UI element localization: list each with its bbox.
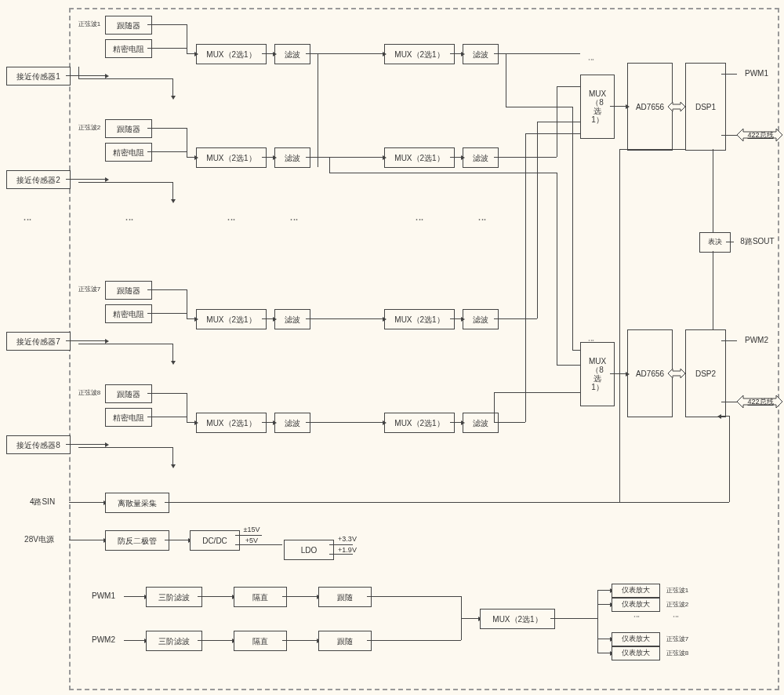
out-sout8: 8路SOUT (734, 235, 781, 248)
sine8-label: 正弦波8 (75, 388, 103, 398)
voter: 表决 (699, 232, 731, 253)
out-422-1: 422总线 (743, 130, 778, 140)
ch7-res: 精密电阻 (105, 304, 152, 323)
power-diode: 防反二极管 (105, 530, 169, 551)
out-422-2: 422总线 (743, 397, 778, 406)
power-33v: +3.3V (332, 533, 362, 544)
pwm2-follow: 跟随 (318, 631, 372, 651)
ch2-mux-b: MUX（2选1） (384, 147, 455, 168)
ch8-mux-a: MUX（2选1） (196, 413, 267, 433)
ch8-follower: 跟随器 (105, 384, 152, 403)
amp2: 仪表放大 (612, 598, 660, 612)
diagram-canvas: 正弦波1 跟随器 精密电阻 接近传感器1 MUX（2选1） 滤波 MUX（2选1… (0, 0, 784, 695)
amp7: 仪表放大 (612, 632, 660, 646)
adc-upper: AD7656 (627, 63, 673, 151)
pwm2-lpf: 三阶滤波 (146, 631, 202, 651)
in-28v: 28V电源 (13, 533, 66, 546)
ch1-filter-b: 滤波 (463, 44, 499, 64)
dsp1: DSP1 (685, 63, 726, 151)
sine-out-ellipsis: ⋮ (673, 613, 680, 631)
power-dcdc: DC/DC (190, 530, 240, 551)
ch2-res: 精密电阻 (105, 143, 152, 162)
discrete-block: 离散量采集 (105, 493, 169, 513)
ellipsis-c: ⋮ (290, 216, 299, 263)
adc-lower: AD7656 (627, 329, 673, 417)
ch2-filter-b: 滤波 (463, 147, 499, 168)
out-pwm2: PWM2 (737, 334, 776, 347)
sine7-label: 正弦波7 (75, 284, 103, 295)
ch1-follower: 跟随器 (105, 16, 152, 35)
ellipsis-left: ⋮ (24, 216, 32, 263)
sine-out7: 正弦波7 (660, 634, 695, 645)
ch7-follower: 跟随器 (105, 281, 152, 300)
sine-out2: 正弦波2 (660, 599, 695, 610)
ch2-mux-a: MUX（2选1） (196, 147, 267, 168)
sine2-label: 正弦波2 (75, 122, 103, 133)
power-19v: +1.9V (332, 544, 362, 555)
ellipsis-mux1: ⋮ (588, 56, 595, 75)
ch8-filter-a: 滤波 (274, 413, 310, 433)
adc1-dsp1-arrow (668, 100, 685, 113)
ch1-mux-b: MUX（2选1） (384, 44, 455, 64)
pwm-mux: MUX（2选1） (480, 609, 555, 629)
dsp2: DSP2 (685, 329, 726, 417)
ch7-mux-a: MUX（2选1） (196, 309, 267, 329)
pwm1-dcblock: 隔直 (234, 587, 287, 607)
ext-sensor1: 接近传感器1 (6, 67, 71, 86)
power-5v: +5V (238, 535, 265, 546)
sine1-label: 正弦波1 (75, 19, 103, 30)
power-15v: ±15V (238, 524, 265, 535)
amp8: 仪表放大 (612, 646, 660, 660)
ch1-filter-a: 滤波 (274, 44, 310, 64)
mux8-1-lower: MUX （8 选 1） (580, 342, 615, 406)
ellipsis-a: ⋮ (125, 216, 134, 263)
ch2-filter-a: 滤波 (274, 147, 310, 168)
ext-sensor7: 接近传感器7 (6, 332, 71, 351)
ch1-mux-a: MUX（2选1） (196, 44, 267, 64)
in-pwm1: PWM1 (86, 590, 121, 602)
pwm1-lpf: 三阶滤波 (146, 587, 202, 607)
ext-sensor8: 接近传感器8 (6, 435, 71, 454)
ch2-follower: 跟随器 (105, 119, 152, 138)
out-pwm1: PWM1 (737, 67, 776, 80)
ch8-res: 精密电阻 (105, 408, 152, 427)
ch1-res: 精密电阻 (105, 39, 152, 58)
in-pwm2: PWM2 (86, 634, 121, 646)
ch8-mux-b: MUX（2选1） (384, 413, 455, 433)
ch7-filter-a: 滤波 (274, 309, 310, 329)
mux8-1-upper: MUX （8 选 1） (580, 75, 615, 139)
pwm2-dcblock: 隔直 (234, 631, 287, 651)
sine-out1: 正弦波1 (660, 585, 695, 596)
amp-ellipsis: ⋮ (633, 613, 641, 631)
ellipsis-d: ⋮ (416, 216, 424, 263)
ellipsis-e: ⋮ (478, 216, 487, 263)
ch7-filter-b: 滤波 (463, 309, 499, 329)
sine-out8: 正弦波8 (660, 648, 695, 659)
in-sin4: 4路SIN (19, 496, 66, 508)
ext-sensor2: 接近传感器2 (6, 170, 71, 189)
power-ldo: LDO (284, 540, 334, 560)
amp1: 仪表放大 (612, 584, 660, 598)
ellipsis-b: ⋮ (227, 216, 236, 263)
adc2-dsp2-arrow (668, 367, 685, 380)
pwm1-follow: 跟随 (318, 587, 372, 607)
ch7-mux-b: MUX（2选1） (384, 309, 455, 329)
